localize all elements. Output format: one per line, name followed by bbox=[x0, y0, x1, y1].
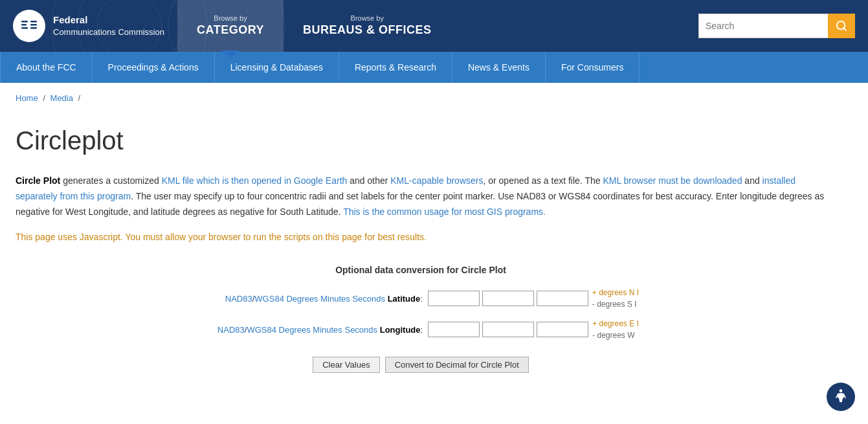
breadcrumb-home[interactable]: Home bbox=[16, 93, 38, 103]
nav-item-news[interactable]: News & Events bbox=[452, 52, 546, 83]
header-browse-buttons: Browse by CATEGORY Browse by BUREAUS & O… bbox=[177, 0, 451, 52]
latitude-neg-suffix: - degrees S I bbox=[592, 298, 639, 310]
kml-browsers-link[interactable]: KML-capable browsers bbox=[390, 175, 483, 186]
svg-rect-7 bbox=[30, 21, 37, 23]
latitude-degrees-input[interactable] bbox=[428, 291, 480, 306]
breadcrumb: Home / Media / bbox=[0, 83, 868, 113]
page-description: Circle Plot generates a customized KML f… bbox=[16, 173, 826, 219]
latitude-inputs bbox=[428, 291, 588, 306]
seconds-link-lat[interactable]: Seconds bbox=[352, 294, 385, 304]
fcc-logo-icon bbox=[13, 10, 45, 42]
kml-link[interactable]: KML file which is then opened in Google … bbox=[162, 175, 348, 186]
browse-category-by-label: Browse by bbox=[214, 14, 247, 23]
longitude-minutes-input[interactable] bbox=[482, 322, 534, 337]
svg-rect-4 bbox=[21, 21, 28, 23]
form-section-title: Optional data conversion for Circle Plot bbox=[335, 265, 506, 275]
longitude-inputs bbox=[428, 322, 588, 337]
main-content: Circleplot Circle Plot generates a custo… bbox=[0, 113, 841, 399]
longitude-row: NAD83/WGS84 Degrees Minutes Seconds Long… bbox=[16, 318, 826, 341]
convert-button[interactable]: Convert to Decimal for Circle Plot bbox=[385, 357, 529, 373]
latitude-pos-suffix: + degrees N I bbox=[592, 287, 639, 298]
search-box bbox=[698, 14, 855, 38]
seconds-link-lon[interactable]: Seconds bbox=[344, 325, 377, 335]
nav-item-consumers[interactable]: For Consumers bbox=[546, 52, 640, 83]
search-input[interactable] bbox=[698, 14, 828, 38]
latitude-suffix: + degrees N I - degrees S I bbox=[592, 287, 639, 310]
svg-rect-5 bbox=[21, 24, 27, 26]
longitude-colon: : bbox=[421, 325, 423, 335]
latitude-label: NAD83/WGS84 Degrees Minutes Seconds Lati… bbox=[203, 294, 423, 304]
longitude-suffix: + degrees E I - degrees W bbox=[592, 318, 639, 341]
browse-category-button[interactable]: Browse by CATEGORY bbox=[177, 0, 284, 52]
nad83-link-lat[interactable]: NAD83 bbox=[225, 294, 252, 304]
browse-bureaus-label: BUREAUS & OFFICES bbox=[303, 23, 432, 38]
nav-item-reports[interactable]: Reports & Research bbox=[339, 52, 452, 83]
site-logo[interactable]: Federal Communications Commission bbox=[0, 0, 177, 52]
wgs84-link-lat[interactable]: WGS84 bbox=[254, 294, 284, 304]
kml-browser-link2[interactable]: KML browser must be downloaded bbox=[603, 175, 742, 186]
fcc-org-name: Federal Communications Commission bbox=[53, 13, 164, 38]
form-buttons: Clear Values Convert to Decimal for Circ… bbox=[313, 357, 529, 373]
description-text: generates a customized KML file which is… bbox=[16, 175, 824, 217]
search-icon bbox=[836, 20, 847, 32]
minutes-link-lat[interactable]: Minutes bbox=[320, 294, 350, 304]
longitude-strong: Longitude bbox=[380, 325, 421, 335]
longitude-degrees-input[interactable] bbox=[428, 322, 480, 337]
site-header: Federal Communications Commission Browse… bbox=[0, 0, 868, 52]
search-button[interactable] bbox=[828, 14, 855, 38]
nad83-link-lon[interactable]: NAD83 bbox=[217, 325, 245, 335]
search-area bbox=[685, 0, 868, 52]
longitude-seconds-input[interactable] bbox=[537, 322, 588, 337]
latitude-colon: : bbox=[420, 294, 423, 304]
nav-item-about[interactable]: About the FCC bbox=[0, 52, 93, 83]
breadcrumb-media[interactable]: Media bbox=[50, 93, 73, 103]
degrees-link-lon[interactable]: Degrees bbox=[279, 325, 311, 335]
form-section: Optional data conversion for Circle Plot… bbox=[16, 265, 826, 373]
wgs84-link-lon[interactable]: WGS84 bbox=[247, 325, 276, 335]
nav-item-proceedings[interactable]: Proceedings & Actions bbox=[93, 52, 215, 83]
svg-rect-6 bbox=[21, 27, 28, 29]
browse-bureaus-by-label: Browse by bbox=[351, 14, 384, 23]
svg-point-10 bbox=[840, 389, 843, 392]
longitude-neg-suffix: - degrees W bbox=[592, 329, 639, 341]
clear-values-button[interactable]: Clear Values bbox=[313, 357, 379, 373]
browse-bureaus-button[interactable]: Browse by BUREAUS & OFFICES bbox=[284, 0, 451, 52]
main-navbar: About the FCC Proceedings & Actions Lice… bbox=[0, 52, 868, 83]
accessibility-icon bbox=[832, 388, 850, 399]
breadcrumb-sep2: / bbox=[78, 93, 81, 103]
latitude-seconds-input[interactable] bbox=[537, 291, 588, 306]
degrees-link-lat[interactable]: Degrees bbox=[286, 294, 318, 304]
minutes-link-lon[interactable]: Minutes bbox=[313, 325, 342, 335]
latitude-row: NAD83/WGS84 Degrees Minutes Seconds Lati… bbox=[16, 287, 826, 310]
longitude-label: NAD83/WGS84 Degrees Minutes Seconds Long… bbox=[203, 325, 423, 335]
circle-plot-bold: Circle Plot bbox=[16, 175, 60, 186]
js-notice: This page uses Javascript. You must allo… bbox=[16, 230, 826, 245]
latitude-strong: Latitude bbox=[388, 294, 421, 304]
latitude-minutes-input[interactable] bbox=[482, 291, 534, 306]
browse-category-label: CATEGORY bbox=[197, 23, 264, 38]
svg-rect-9 bbox=[30, 27, 37, 29]
breadcrumb-sep1: / bbox=[43, 93, 45, 103]
longitude-pos-suffix: + degrees E I bbox=[592, 318, 639, 329]
page-title: Circleplot bbox=[16, 126, 826, 155]
common-usage-link[interactable]: This is the common usage for most GIS pr… bbox=[343, 206, 546, 217]
svg-rect-8 bbox=[30, 24, 37, 26]
